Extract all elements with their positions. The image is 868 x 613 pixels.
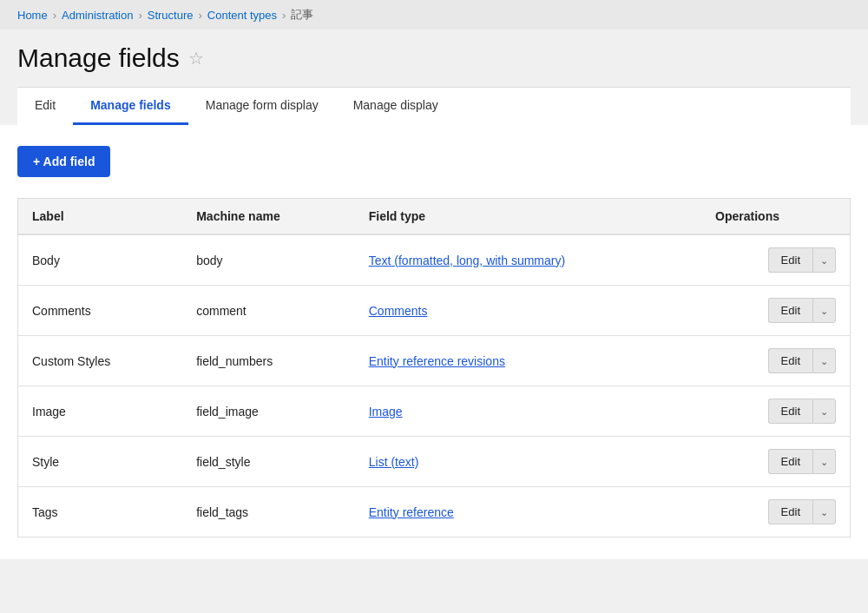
- edit-button[interactable]: Edit: [768, 247, 812, 273]
- edit-button[interactable]: Edit: [768, 399, 812, 424]
- chevron-down-icon: ⌄: [820, 306, 828, 316]
- field-type: Comments: [355, 286, 701, 336]
- table-row: Custom Stylesfield_numbersEntity referen…: [18, 336, 851, 386]
- table-row: CommentscommentCommentsEdit⌄: [18, 286, 851, 336]
- breadcrumb-home[interactable]: Home: [17, 9, 48, 22]
- tabs-bar: Edit Manage fields Manage form display M…: [17, 87, 851, 125]
- chevron-down-icon: ⌄: [820, 356, 828, 366]
- operations-cell: Edit⌄: [701, 336, 850, 386]
- breadcrumb-content-types[interactable]: Content types: [207, 9, 277, 22]
- field-label: Image: [18, 386, 183, 437]
- chevron-down-icon: ⌄: [820, 406, 828, 417]
- operations-cell: Edit⌄: [701, 386, 850, 437]
- breadcrumb-structure[interactable]: Structure: [148, 9, 194, 22]
- field-type-link[interactable]: Comments: [369, 304, 428, 318]
- page-wrapper: Home › Administration › Structure › Cont…: [0, 0, 868, 613]
- tab-manage-form-display[interactable]: Manage form display: [188, 88, 336, 125]
- table-header-row: Label Machine name Field type Operations: [18, 199, 851, 235]
- field-type-link[interactable]: Entity reference revisions: [369, 354, 505, 368]
- field-type-link[interactable]: Image: [369, 405, 403, 419]
- operations-dropdown-button[interactable]: ⌄: [812, 298, 836, 323]
- operations-dropdown-button[interactable]: ⌄: [812, 348, 836, 373]
- chevron-down-icon: ⌄: [820, 457, 828, 467]
- fields-table: Label Machine name Field type Operations…: [17, 198, 851, 537]
- breadcrumb: Home › Administration › Structure › Cont…: [0, 0, 868, 30]
- tab-edit[interactable]: Edit: [17, 88, 73, 125]
- favorite-star-icon[interactable]: ☆: [188, 48, 204, 69]
- chevron-down-icon: ⌄: [820, 507, 828, 517]
- breadcrumb-admin[interactable]: Administration: [62, 9, 133, 22]
- table-row: BodybodyText (formatted, long, with summ…: [18, 234, 851, 286]
- field-machine-name: field_image: [182, 386, 355, 437]
- field-type: Text (formatted, long, with summary): [355, 234, 701, 286]
- operations-cell: Edit⌄: [701, 286, 850, 336]
- field-type: Entity reference: [355, 487, 701, 537]
- operations-cell: Edit⌄: [701, 437, 850, 487]
- col-header-machine-name: Machine name: [182, 199, 355, 235]
- field-label: Tags: [18, 487, 183, 537]
- edit-button[interactable]: Edit: [768, 499, 812, 524]
- operations-cell: Edit⌄: [701, 487, 850, 537]
- header-area: Manage fields ☆ Edit Manage fields Manag…: [0, 30, 868, 125]
- edit-button[interactable]: Edit: [768, 449, 812, 474]
- edit-button[interactable]: Edit: [768, 348, 812, 373]
- field-machine-name: field_numbers: [182, 336, 355, 386]
- col-header-operations: Operations: [701, 199, 850, 235]
- field-machine-name: field_tags: [182, 487, 355, 537]
- tab-manage-fields[interactable]: Manage fields: [73, 88, 188, 125]
- operations-dropdown-button[interactable]: ⌄: [812, 399, 836, 424]
- breadcrumb-sep-2: ›: [138, 9, 141, 22]
- field-type: Entity reference revisions: [355, 336, 701, 386]
- table-row: Imagefield_imageImageEdit⌄: [18, 386, 851, 437]
- col-header-label: Label: [18, 199, 183, 235]
- page-title: Manage fields ☆: [17, 43, 851, 73]
- breadcrumb-sep-3: ›: [199, 9, 202, 22]
- field-label: Comments: [18, 286, 183, 336]
- operations-cell: Edit⌄: [701, 234, 850, 286]
- page-title-text: Manage fields: [17, 43, 180, 73]
- field-type-link[interactable]: Entity reference: [369, 505, 454, 519]
- add-field-button[interactable]: + Add field: [17, 146, 110, 177]
- table-row: Stylefield_styleList (text)Edit⌄: [18, 437, 851, 487]
- table-row: Tagsfield_tagsEntity referenceEdit⌄: [18, 487, 851, 537]
- col-header-field-type: Field type: [355, 199, 701, 235]
- field-type-link[interactable]: List (text): [369, 455, 419, 469]
- breadcrumb-current: 記事: [291, 7, 313, 23]
- operations-dropdown-button[interactable]: ⌄: [812, 499, 836, 524]
- operations-dropdown-button[interactable]: ⌄: [812, 449, 836, 474]
- field-type: List (text): [355, 437, 701, 487]
- field-type-link[interactable]: Text (formatted, long, with summary): [369, 254, 565, 267]
- field-label: Style: [18, 437, 183, 487]
- breadcrumb-sep-4: ›: [282, 9, 286, 22]
- chevron-down-icon: ⌄: [820, 255, 828, 266]
- field-label: Custom Styles: [18, 336, 183, 386]
- field-machine-name: body: [182, 234, 355, 286]
- tab-manage-display[interactable]: Manage display: [336, 88, 456, 125]
- breadcrumb-sep-1: ›: [53, 9, 56, 22]
- field-machine-name: comment: [182, 286, 355, 336]
- edit-button[interactable]: Edit: [768, 298, 812, 323]
- field-machine-name: field_style: [182, 437, 355, 487]
- main-content: + Add field Label Machine name Field typ…: [0, 125, 868, 559]
- field-type: Image: [355, 386, 701, 437]
- operations-dropdown-button[interactable]: ⌄: [812, 247, 836, 273]
- field-label: Body: [18, 234, 183, 286]
